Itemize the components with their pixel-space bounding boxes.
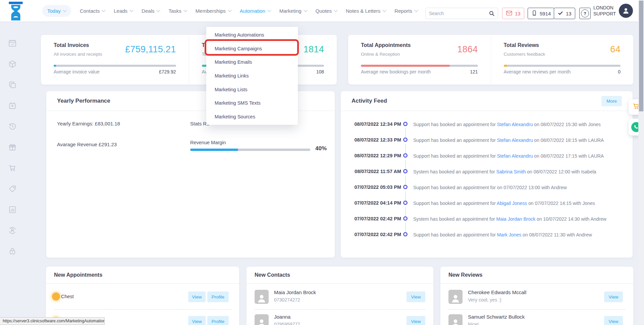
mail-badge[interactable]: 13 <box>502 8 524 19</box>
feed-timestamp: 07/07/2022 04:14 PM <box>347 200 401 206</box>
contact-link[interactable]: Maia Jordan Brock <box>496 216 535 222</box>
menu-item-marketing-sms-texts[interactable]: Marketing SMS Texts <box>206 96 298 110</box>
stat-progress <box>54 65 176 67</box>
view-button[interactable]: View <box>604 291 623 302</box>
stat-footer-value: 121 <box>470 69 478 74</box>
history-icon[interactable] <box>8 122 17 131</box>
menu-item-marketing-emails[interactable]: Marketing Emails <box>206 55 298 69</box>
revenue-margin-label: Revenue Margin <box>190 140 226 145</box>
new-contacts-panel: New Contacts Maia Jordan Brock 073027427… <box>247 267 433 325</box>
contact-link[interactable]: Mark Jones <box>497 232 521 237</box>
nav-item-reports[interactable]: Reports <box>394 8 418 14</box>
menu-item-marketing-sources[interactable]: Marketing Sources <box>206 110 298 123</box>
panel-title: Yearly Performance <box>57 98 110 104</box>
scrollbar-track <box>638 0 644 325</box>
search-input[interactable] <box>426 11 486 16</box>
nav-item-tasks[interactable]: Tasks <box>168 8 186 14</box>
copy-icon[interactable] <box>8 80 17 89</box>
automation-dropdown-menu: Marketing Automations Marketing Campaign… <box>206 27 298 125</box>
more-button[interactable]: More <box>601 96 622 106</box>
check-icon <box>557 10 564 17</box>
nav-item-leads[interactable]: Leads <box>114 8 133 14</box>
tag-icon[interactable] <box>8 184 17 193</box>
phone-badge[interactable]: 5914 <box>528 8 554 19</box>
contact-link[interactable]: Stefan Alexandru <box>497 138 533 143</box>
timeline-marker-icon <box>403 185 408 189</box>
contact-link[interactable]: Stefan Alexandru <box>497 153 533 159</box>
chevron-down-icon <box>304 8 307 12</box>
yearly-earnings: Yearly Earnings: £83,001.18 <box>57 121 120 126</box>
panel-title: New Reviews <box>440 267 633 284</box>
revenue-margin-progress <box>190 149 310 151</box>
nav-item-quotes[interactable]: Quotes <box>316 8 337 14</box>
nav-item-marketing[interactable]: Marketing <box>279 8 307 14</box>
calendar-icon[interactable]: 12 <box>8 39 17 48</box>
row-divider <box>448 309 625 310</box>
nav-item-today[interactable]: Today <box>42 5 71 17</box>
chevron-down-icon <box>228 8 231 12</box>
contact-name: Joanna <box>274 314 290 320</box>
top-bar: Today Contacts Leads Deals Tasks Members… <box>0 0 644 21</box>
tasks-badge[interactable]: 13 <box>554 8 575 19</box>
app-logo-icon[interactable] <box>7 2 24 20</box>
nav-item-automation[interactable]: Automation <box>240 8 271 14</box>
revenue-margin-value: 40% <box>315 145 327 152</box>
profile-button[interactable]: Profile <box>207 291 229 302</box>
activity-feed-list: 08/07/2022 12:34 PM Support has booked a… <box>341 117 633 243</box>
nav-item-contacts[interactable]: Contacts <box>80 8 105 14</box>
scrollbar-thumb[interactable] <box>639 1 643 111</box>
stat-footer-label: Average new bookings per month <box>361 69 431 74</box>
chevron-down-icon <box>63 8 66 12</box>
profile-button[interactable]: Profile <box>207 316 229 325</box>
feed-entry: 07/07/2022 02:42 PM Support has booked a… <box>341 227 633 243</box>
stat-value: 1814 <box>304 44 324 55</box>
menu-item-marketing-campaigns[interactable]: Marketing Campaigns <box>206 42 298 56</box>
panel-title: Activity Feed <box>352 98 387 104</box>
menu-item-marketing-lists[interactable]: Marketing Lists <box>206 83 298 96</box>
view-button[interactable]: View <box>604 316 623 325</box>
menu-item-marketing-links[interactable]: Marketing Links <box>206 69 298 83</box>
contact-link[interactable]: Sabrina Smith <box>496 169 526 174</box>
stat-card-total-appointments: Total Appointments Online & Reception 18… <box>348 35 491 85</box>
view-button[interactable]: View <box>407 291 425 302</box>
avatar <box>255 314 269 325</box>
account-sync-icon[interactable] <box>8 226 17 235</box>
calendar-import-icon[interactable] <box>8 101 17 110</box>
nav-item-deals[interactable]: Deals <box>142 8 160 14</box>
search-icon[interactable] <box>486 8 498 19</box>
contact-phone: 0730274272 <box>274 297 300 303</box>
stat-footer-value: 108 <box>316 69 324 74</box>
cart-icon[interactable] <box>8 164 17 172</box>
contact-link[interactable]: Abigail Joness <box>497 201 527 206</box>
lock-icon[interactable] <box>8 247 17 256</box>
report-icon[interactable] <box>8 205 17 214</box>
menu-item-marketing-automations[interactable]: Marketing Automations <box>206 28 298 42</box>
feed-entry: 08/07/2022 12:34 PM Support has booked a… <box>341 117 633 132</box>
panel-title: New Appointments <box>46 267 239 284</box>
nav-item-notes-letters[interactable]: Notes & Letters <box>346 8 386 14</box>
activity-feed-panel: Activity Feed More 08/07/2022 12:34 PM S… <box>341 91 633 258</box>
user-avatar-icon[interactable] <box>619 4 633 18</box>
timeline-marker-icon <box>403 138 408 142</box>
phone-count: 5914 <box>540 11 551 16</box>
appointment-name: Chest <box>61 294 74 299</box>
nav-item-memberships[interactable]: Memberships <box>196 8 231 14</box>
view-button[interactable]: View <box>407 316 425 325</box>
help-button[interactable]: ? <box>579 8 591 19</box>
contact-link[interactable]: Stefan Alexandru <box>497 122 533 127</box>
mail-icon <box>506 10 513 17</box>
account-location-line1: LONDON <box>593 5 616 11</box>
feed-entry: 08/07/2022 12:33 PM Support has booked a… <box>341 132 633 148</box>
stat-footer-label: Average invoice value <box>54 69 100 74</box>
stat-title: Total Invoices <box>54 42 89 48</box>
feed-timestamp: 08/07/2022 12:29 PM <box>347 153 401 158</box>
package-icon[interactable] <box>8 60 17 68</box>
chevron-down-icon <box>129 8 133 12</box>
reviewer-name: Samuel Schwartz Bullock <box>468 314 525 320</box>
gift-icon[interactable] <box>8 143 17 152</box>
view-button[interactable]: View <box>188 291 206 302</box>
row-divider <box>54 309 231 310</box>
view-button[interactable]: View <box>188 316 206 325</box>
status-bar-url: https://server3.clinicsoftware.com/Marke… <box>0 317 105 325</box>
feed-entry: 07/07/2022 05:03 PM Support has booked a… <box>341 180 633 196</box>
